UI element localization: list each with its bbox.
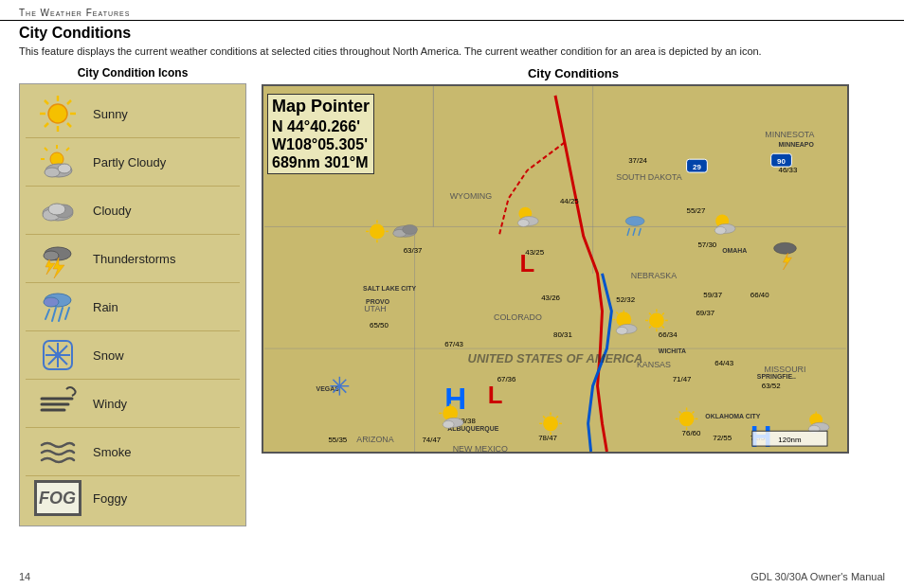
fog-box: FOG	[34, 480, 81, 516]
icon-row-foggy: FOG Foggy	[26, 476, 240, 520]
svg-text:64/43: 64/43	[714, 359, 733, 367]
svg-text:29: 29	[693, 163, 701, 171]
thunderstorms-label: Thunderstorms	[93, 252, 175, 266]
svg-line-155	[693, 411, 695, 413]
svg-text:PROVO: PROVO	[366, 298, 390, 305]
partly-cloudy-icon	[38, 142, 78, 182]
svg-text:46/33: 46/33	[779, 166, 798, 174]
svg-point-16	[58, 164, 71, 173]
cloudy-label: Cloudy	[93, 204, 131, 218]
svg-text:71/47: 71/47	[673, 375, 692, 383]
svg-point-122	[616, 327, 627, 334]
icon-row-thunderstorms: Thunderstorms	[26, 235, 240, 283]
svg-line-147	[543, 416, 545, 418]
svg-text:63/37: 63/37	[404, 246, 423, 255]
svg-text:NEBRASKA: NEBRASKA	[631, 271, 677, 280]
icon-row-smoke: Smoke	[26, 428, 240, 476]
pointer-label: Map Pointer	[272, 97, 370, 117]
svg-text:44/25: 44/25	[560, 197, 579, 205]
svg-line-110	[649, 326, 651, 328]
svg-point-102	[649, 313, 664, 329]
svg-point-116	[714, 226, 726, 234]
rain-icon	[38, 287, 78, 327]
svg-point-128	[625, 217, 644, 226]
svg-text:57/30: 57/30	[697, 241, 716, 249]
page-title: City Conditions	[0, 21, 904, 44]
svg-line-154	[679, 411, 681, 413]
svg-line-131	[639, 228, 641, 235]
svg-line-120	[616, 312, 618, 314]
svg-line-130	[633, 228, 635, 235]
svg-text:76/60: 76/60	[682, 429, 701, 437]
svg-text:67/43: 67/43	[444, 340, 463, 348]
snow-icon	[38, 335, 78, 375]
fog-text: FOG	[39, 489, 76, 508]
manual-title: GDL 30/30A Owner's Manual	[750, 571, 885, 582]
snow-label: Snow	[93, 348, 124, 363]
svg-point-149	[679, 411, 695, 426]
sunny-label: Sunny	[93, 107, 128, 121]
svg-line-27	[45, 310, 49, 319]
sunny-icon	[38, 94, 78, 134]
svg-text:MINNESOTA: MINNESOTA	[765, 130, 814, 139]
foggy-icon-cell: FOG	[31, 480, 83, 516]
svg-text:COLORADO: COLORADO	[494, 312, 542, 322]
windy-label: Windy	[93, 397, 127, 411]
rain-icon-cell	[31, 287, 83, 327]
svg-marker-127	[784, 253, 792, 270]
svg-text:KANSAS: KANSAS	[637, 360, 671, 369]
rain-label: Rain	[93, 300, 118, 314]
page-number: 14	[19, 571, 30, 582]
svg-point-164	[337, 384, 341, 388]
svg-line-108	[662, 326, 664, 328]
svg-text:52/32: 52/32	[616, 295, 635, 304]
section-title: The Weather Features	[19, 8, 130, 18]
icon-row-snow: Snow	[26, 331, 240, 380]
map-container: 90 29 UNITED STATES OF AMERICA WYOMING S…	[262, 84, 849, 454]
svg-point-0	[48, 104, 67, 123]
icon-row-sunny: Sunny	[26, 90, 240, 138]
svg-line-109	[662, 313, 664, 315]
svg-text:UNITED STATES OF AMERICA: UNITED STATES OF AMERICA	[468, 351, 643, 365]
smoke-label: Smoke	[93, 445, 131, 459]
svg-text:WICHITA: WICHITA	[659, 347, 686, 354]
thunderstorms-icon	[38, 239, 78, 278]
icon-row-rain: Rain	[26, 283, 240, 331]
svg-text:UTAH: UTAH	[364, 304, 387, 313]
page-header: The Weather Features	[0, 0, 904, 21]
svg-text:NEW MEXICO: NEW MEXICO	[453, 444, 508, 452]
partly-cloudy-icon-cell	[31, 142, 83, 182]
windy-icon-cell	[31, 383, 83, 423]
icon-row-windy: Windy	[26, 380, 240, 428]
svg-line-8	[45, 123, 48, 127]
svg-text:74/47: 74/47	[422, 436, 441, 444]
svg-line-107	[649, 313, 651, 315]
svg-text:90: 90	[777, 157, 786, 166]
svg-point-125	[403, 224, 418, 234]
pointer-alt: 689nm 301°M	[272, 153, 370, 171]
svg-text:59/37: 59/37	[703, 291, 722, 299]
cloudy-icon-cell	[31, 190, 83, 230]
thunderstorms-icon-cell	[31, 239, 83, 278]
svg-line-7	[67, 100, 71, 104]
map-panel: City Conditions	[262, 66, 885, 526]
svg-point-141	[443, 420, 454, 428]
svg-point-113	[517, 220, 529, 227]
pointer-lon: W108°05.305'	[272, 135, 370, 153]
windy-icon	[38, 383, 78, 423]
map-pointer-box: Map Pointer N 44°40.266' W108°05.305' 68…	[267, 94, 374, 174]
svg-text:63/52: 63/52	[762, 382, 781, 390]
svg-text:120nm: 120nm	[778, 436, 802, 444]
sunny-icon-cell	[31, 94, 83, 134]
svg-line-30	[65, 308, 69, 319]
svg-text:L: L	[488, 382, 503, 408]
svg-text:MINNEAPO: MINNEAPO	[779, 141, 815, 148]
svg-line-11	[45, 148, 47, 151]
svg-text:37/24: 37/24	[628, 156, 647, 165]
svg-text:66/34: 66/34	[659, 330, 678, 339]
icons-panel-title: City Condition Icons	[19, 66, 246, 80]
smoke-icon	[38, 432, 78, 472]
svg-point-20	[48, 204, 65, 215]
svg-text:SALT LAKE CITY: SALT LAKE CITY	[363, 285, 416, 292]
svg-line-28	[52, 308, 56, 321]
